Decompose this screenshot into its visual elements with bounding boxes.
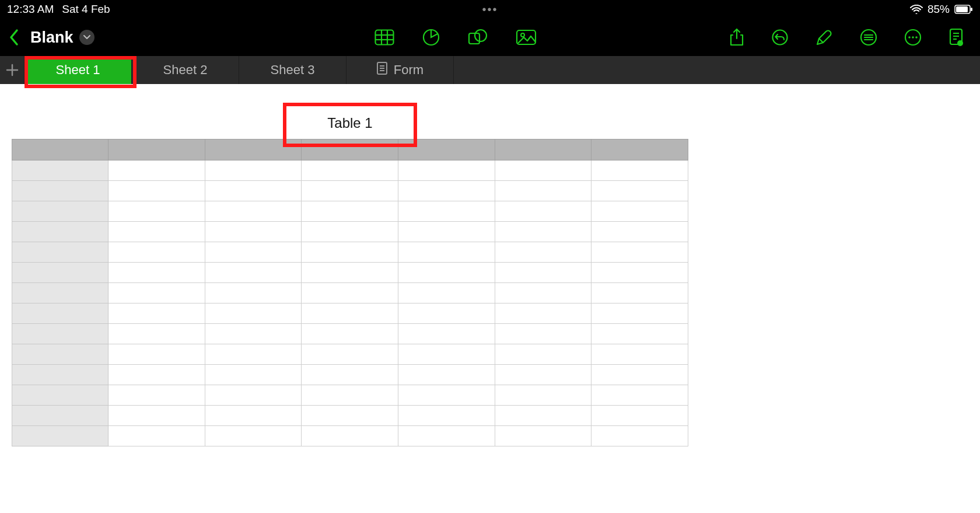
undo-icon[interactable]	[771, 28, 789, 47]
format-brush-icon[interactable]	[816, 28, 833, 47]
cell[interactable]	[495, 365, 592, 385]
cell[interactable]	[302, 201, 398, 222]
cell[interactable]	[302, 426, 398, 446]
insert-table-icon[interactable]	[374, 29, 394, 46]
cell[interactable]	[302, 365, 398, 385]
cell[interactable]	[108, 406, 205, 426]
cell[interactable]	[592, 242, 688, 263]
cell[interactable]	[398, 242, 495, 263]
cell[interactable]	[495, 201, 592, 222]
cell[interactable]	[108, 283, 205, 303]
back-button[interactable]	[0, 29, 28, 46]
cell[interactable]	[495, 222, 592, 242]
cell[interactable]	[592, 201, 688, 222]
cell[interactable]	[495, 324, 592, 344]
column-header-cell[interactable]	[205, 139, 302, 160]
cell[interactable]	[592, 324, 688, 344]
cell[interactable]	[302, 160, 398, 181]
cell[interactable]	[108, 181, 205, 201]
cell[interactable]	[592, 222, 688, 242]
column-header-cell[interactable]	[495, 139, 592, 160]
cell[interactable]	[302, 303, 398, 324]
sheet-tab-form[interactable]: Form	[346, 56, 454, 84]
cell[interactable]	[398, 365, 495, 385]
row-header-cell[interactable]	[12, 263, 108, 283]
cell[interactable]	[108, 324, 205, 344]
cell[interactable]	[592, 406, 688, 426]
insert-shape-icon[interactable]	[468, 29, 488, 46]
add-sheet-button[interactable]	[0, 56, 24, 84]
corner-cell[interactable]	[12, 139, 108, 160]
row-header-cell[interactable]	[12, 222, 108, 242]
spreadsheet-canvas[interactable]: Table 1	[0, 84, 980, 513]
cell[interactable]	[592, 365, 688, 385]
cell[interactable]	[205, 263, 302, 283]
cell[interactable]	[398, 406, 495, 426]
column-header-cell[interactable]	[592, 139, 688, 160]
row-header-cell[interactable]	[12, 181, 108, 201]
row-header-cell[interactable]	[12, 160, 108, 181]
sheet-tab-3[interactable]: Sheet 3	[239, 56, 346, 84]
cell[interactable]	[398, 385, 495, 406]
cell[interactable]	[398, 160, 495, 181]
cell[interactable]	[302, 222, 398, 242]
multitask-dots-icon[interactable]: •••	[482, 3, 498, 16]
cell[interactable]	[398, 303, 495, 324]
cell[interactable]	[398, 283, 495, 303]
insert-image-icon[interactable]	[516, 29, 537, 46]
insert-chart-icon[interactable]	[422, 29, 440, 46]
cell[interactable]	[398, 181, 495, 201]
cell[interactable]	[205, 426, 302, 446]
column-header-cell[interactable]	[302, 139, 398, 160]
row-header-cell[interactable]	[12, 426, 108, 446]
row-header-cell[interactable]	[12, 344, 108, 365]
row-header-cell[interactable]	[12, 201, 108, 222]
cell[interactable]	[205, 324, 302, 344]
cell[interactable]	[398, 263, 495, 283]
cell[interactable]	[398, 222, 495, 242]
cell[interactable]	[495, 160, 592, 181]
cell[interactable]	[592, 283, 688, 303]
cell[interactable]	[495, 242, 592, 263]
sheet-tab-2[interactable]: Sheet 2	[132, 56, 239, 84]
cell[interactable]	[108, 303, 205, 324]
cell[interactable]	[592, 263, 688, 283]
cell[interactable]	[302, 344, 398, 365]
cell[interactable]	[108, 201, 205, 222]
cell[interactable]	[592, 181, 688, 201]
cell[interactable]	[108, 222, 205, 242]
cell[interactable]	[592, 385, 688, 406]
cell[interactable]	[108, 242, 205, 263]
cell[interactable]	[592, 160, 688, 181]
column-header-cell[interactable]	[108, 139, 205, 160]
cell[interactable]	[302, 324, 398, 344]
cell[interactable]	[592, 426, 688, 446]
cell[interactable]	[108, 344, 205, 365]
cell[interactable]	[205, 385, 302, 406]
row-header-cell[interactable]	[12, 283, 108, 303]
cell[interactable]	[302, 283, 398, 303]
cell[interactable]	[302, 181, 398, 201]
cell[interactable]	[205, 242, 302, 263]
cell[interactable]	[495, 344, 592, 365]
view-options-icon[interactable]	[860, 28, 877, 47]
cell[interactable]	[398, 344, 495, 365]
row-header-cell[interactable]	[12, 303, 108, 324]
more-icon[interactable]	[904, 28, 922, 47]
cell[interactable]	[205, 201, 302, 222]
cell[interactable]	[398, 426, 495, 446]
cell[interactable]	[108, 426, 205, 446]
row-header-cell[interactable]	[12, 242, 108, 263]
cell[interactable]	[592, 303, 688, 324]
cell[interactable]	[495, 385, 592, 406]
row-header-cell[interactable]	[12, 365, 108, 385]
cell[interactable]	[108, 365, 205, 385]
cell[interactable]	[205, 222, 302, 242]
cell[interactable]	[495, 406, 592, 426]
document-title[interactable]: Blank	[30, 29, 94, 47]
sheet-tab-1[interactable]: Sheet 1	[24, 56, 132, 84]
title-chevron-icon[interactable]	[79, 30, 94, 45]
cell[interactable]	[302, 406, 398, 426]
cell[interactable]	[108, 263, 205, 283]
cell[interactable]	[302, 385, 398, 406]
